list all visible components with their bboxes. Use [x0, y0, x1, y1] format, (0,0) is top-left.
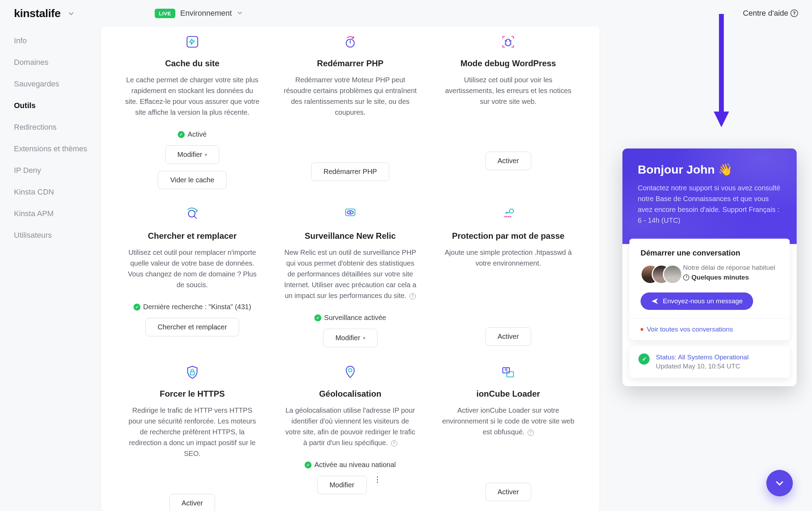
sidebar-item-info[interactable]: Info [14, 30, 94, 52]
tool-status: ✓ Dernière recherche : "Kinsta" (431) [125, 303, 260, 311]
tool-card-geo: Géolocalisation La géolocalisation utili… [273, 363, 427, 511]
restart-php-button[interactable]: Redémarrer PHP [311, 162, 389, 181]
brand-name: kinstalife [14, 7, 61, 20]
tool-card-search-replace: Chercher et remplacer Utilisez cet outil… [115, 205, 269, 347]
chat-card-footer[interactable]: Voir toutes vos conversations [629, 318, 790, 340]
response-time: Quelques minutes [683, 274, 775, 281]
tool-desc: Utilisez cet outil pour remplacer n'impo… [125, 247, 260, 290]
main-panel: Cache du site Le cache permet de charger… [101, 26, 599, 511]
tool-card-https: Forcer le HTTPS Redirige le trafic de HT… [115, 363, 269, 511]
topbar: kinstalife LIVE Environnement Centre d'a… [0, 0, 812, 26]
sidebar-item-users[interactable]: Utilisateurs [14, 224, 94, 246]
location-pin-icon [340, 363, 360, 382]
chat-greeting: Bonjour John 👋 [638, 162, 781, 176]
svg-rect-11 [190, 372, 194, 375]
bug-icon [498, 32, 518, 52]
help-label: Centre d'aide [743, 9, 788, 18]
tool-card-password: **** Protection par mot de passe Ajoute … [431, 205, 585, 347]
svg-marker-16 [714, 112, 729, 127]
clear-cache-button[interactable]: Vider le cache [158, 171, 226, 189]
activate-button[interactable]: Activer [485, 152, 531, 170]
cache-icon [183, 32, 202, 52]
tool-desc: Redémarrer votre Moteur PHP peut résoudr… [283, 75, 418, 118]
tool-card-newrelic: Surveillance New Relic New Relic est un … [273, 205, 427, 347]
tool-title: Redémarrer PHP [283, 59, 418, 68]
activate-button[interactable]: Activer [169, 494, 215, 511]
cube-icon [498, 363, 518, 382]
svg-rect-0 [187, 37, 198, 47]
modify-button[interactable]: Modifier ▾ [323, 329, 377, 347]
tool-card-ioncube: ionCube Loader Activer ionCube Loader su… [431, 363, 585, 511]
chat-subtext: Contactez notre support si vous avez con… [638, 183, 781, 226]
tool-status: ✓ Surveillance activée [283, 314, 418, 322]
sidebar-item-cdn[interactable]: Kinsta CDN [14, 181, 94, 203]
response-label: Notre délai de réponse habituel [683, 264, 775, 272]
tool-title: Surveillance New Relic [283, 231, 418, 241]
modify-button[interactable]: Modifier [317, 476, 366, 494]
sidebar-item-domains[interactable]: Domaines [14, 52, 94, 73]
tool-desc: Redirige le trafic de HTTP vers HTTPS po… [125, 405, 260, 459]
more-menu-icon[interactable]: ⋮ [371, 476, 383, 494]
sidebar-item-apm[interactable]: Kinsta APM [14, 203, 94, 224]
svg-point-9 [510, 209, 514, 213]
status-check-icon: ✓ [638, 353, 650, 365]
sidebar: Info Domaines Sauvegardes Outils Redirec… [14, 30, 94, 246]
restart-icon [340, 32, 360, 52]
tool-desc: Activer ionCube Loader sur votre environ… [441, 405, 576, 437]
chat-header: Bonjour John 👋 Contactez notre support s… [622, 148, 797, 244]
tool-title: Cache du site [125, 59, 260, 68]
tool-card-wp-debug: Mode debug WordPress Utilisez cet outil … [431, 32, 585, 189]
tool-desc: Utilisez cet outil pour voir les avertis… [441, 75, 576, 107]
sidebar-item-plugins[interactable]: Extensions et thèmes [14, 138, 94, 160]
info-icon[interactable]: ? [528, 429, 534, 436]
environment-selector[interactable]: LIVE Environnement [155, 9, 243, 18]
clock-icon [683, 274, 689, 281]
activate-button[interactable]: Activer [485, 483, 531, 501]
tool-title: Mode debug WordPress [441, 59, 576, 68]
svg-point-5 [188, 211, 195, 217]
info-icon[interactable]: ? [409, 293, 416, 299]
tool-card-restart-php: Redémarrer PHP Redémarrer votre Moteur P… [273, 32, 427, 189]
search-replace-button[interactable]: Chercher et remplacer [145, 318, 239, 336]
chevron-down-icon [775, 478, 784, 488]
sidebar-item-redirects[interactable]: Redirections [14, 116, 94, 138]
status-card[interactable]: ✓ Status: All Systems Operational Update… [629, 346, 790, 378]
chat-widget: Bonjour John 👋 Contactez notre support s… [622, 148, 797, 386]
chat-card-title: Démarrer une conversation [641, 249, 779, 258]
tool-desc: Ajoute une simple protection .htpasswd à… [441, 247, 576, 269]
check-icon: ✓ [178, 131, 185, 138]
help-link[interactable]: Centre d'aide ? [743, 9, 798, 18]
brand-caret-icon[interactable] [68, 7, 75, 20]
brand[interactable]: kinstalife [14, 7, 75, 20]
activate-button[interactable]: Activer [485, 327, 531, 346]
sidebar-item-ipdeny[interactable]: IP Deny [14, 160, 94, 181]
chat-toggle-fab[interactable] [766, 470, 793, 496]
check-icon: ✓ [314, 314, 321, 321]
svg-rect-14 [507, 372, 513, 377]
env-label: Environnement [180, 9, 232, 18]
svg-point-2 [506, 39, 511, 46]
tool-desc: New Relic est un outil de surveillance P… [283, 247, 418, 301]
svg-point-12 [348, 368, 352, 372]
search-replace-icon [183, 205, 202, 224]
send-icon [651, 297, 659, 305]
svg-point-4 [509, 41, 510, 42]
shield-lock-icon [183, 363, 202, 382]
notification-dot-icon [641, 328, 643, 331]
svg-point-3 [506, 41, 507, 42]
sidebar-item-backups[interactable]: Sauvegardes [14, 73, 94, 95]
annotation-arrow-icon [711, 10, 732, 129]
modify-button[interactable]: Modifier ▾ [165, 145, 219, 164]
caret-down-icon: ▾ [205, 152, 207, 157]
info-icon[interactable]: ? [391, 440, 397, 447]
send-message-button[interactable]: Envoyez-nous un message [641, 292, 753, 310]
password-icon: **** [498, 205, 518, 224]
tool-status: ✓ Activé [125, 130, 260, 138]
sidebar-item-tools[interactable]: Outils [14, 95, 94, 116]
tool-title: Protection par mot de passe [441, 231, 576, 241]
agent-avatars [641, 264, 675, 285]
caret-down-icon: ▾ [363, 336, 365, 341]
all-conversations-link: Voir toutes vos conversations [647, 326, 733, 333]
help-icon: ? [790, 9, 798, 17]
tool-title: Chercher et remplacer [125, 231, 260, 241]
